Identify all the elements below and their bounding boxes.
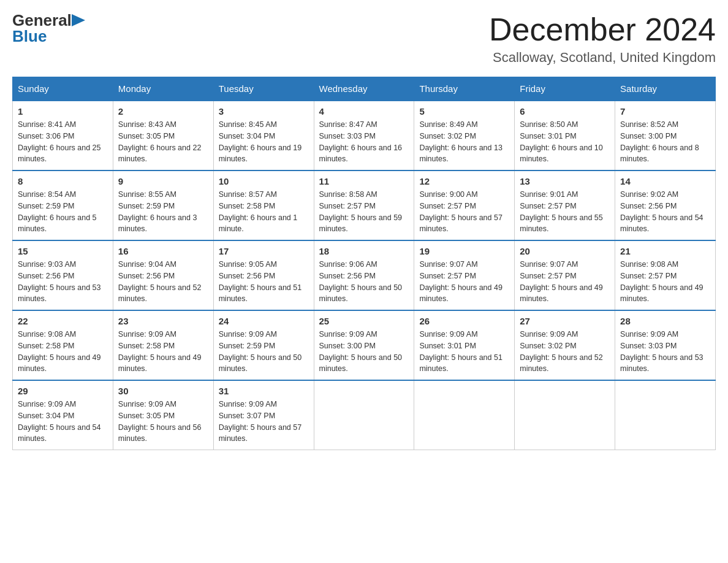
calendar-cell: 15 Sunrise: 9:03 AMSunset: 2:56 PMDaylig… [13,240,113,310]
day-info: Sunrise: 9:08 AMSunset: 2:57 PMDaylight:… [620,260,703,303]
calendar-cell: 30 Sunrise: 9:09 AMSunset: 3:05 PMDaylig… [113,380,213,450]
day-number: 5 [419,106,509,117]
calendar-cell: 6 Sunrise: 8:50 AMSunset: 3:01 PMDayligh… [515,101,615,170]
day-info: Sunrise: 8:43 AMSunset: 3:05 PMDaylight:… [118,120,202,163]
day-number: 2 [118,106,208,117]
day-number: 17 [219,246,309,256]
day-number: 21 [620,246,710,256]
day-info: Sunrise: 9:06 AMSunset: 2:56 PMDaylight:… [319,260,403,303]
day-info: Sunrise: 9:08 AMSunset: 2:58 PMDaylight:… [18,330,101,373]
day-number: 1 [18,106,108,117]
day-info: Sunrise: 9:09 AMSunset: 3:03 PMDaylight:… [620,330,703,373]
day-info: Sunrise: 9:04 AMSunset: 2:56 PMDaylight:… [118,260,202,303]
calendar-cell: 16 Sunrise: 9:04 AMSunset: 2:56 PMDaylig… [113,240,213,310]
title-area: December 2024 Scalloway, Scotland, Unite… [489,12,716,66]
col-header-thursday: Thursday [414,77,515,101]
day-info: Sunrise: 9:03 AMSunset: 2:56 PMDaylight:… [18,260,101,303]
calendar-cell: 29 Sunrise: 9:09 AMSunset: 3:04 PMDaylig… [13,380,113,450]
day-number: 22 [18,316,108,326]
calendar-cell: 8 Sunrise: 8:54 AMSunset: 2:59 PMDayligh… [13,170,113,240]
calendar-cell: 14 Sunrise: 9:02 AMSunset: 2:56 PMDaylig… [615,170,716,240]
day-number: 25 [319,316,409,326]
day-number: 30 [118,386,208,396]
calendar-cell [314,380,414,450]
day-number: 23 [118,316,208,326]
calendar-table: SundayMondayTuesdayWednesdayThursdayFrid… [12,77,716,450]
day-info: Sunrise: 9:07 AMSunset: 2:57 PMDaylight:… [419,260,502,303]
col-header-monday: Monday [113,77,213,101]
day-number: 4 [319,106,409,117]
day-info: Sunrise: 8:55 AMSunset: 2:59 PMDaylight:… [118,190,197,233]
calendar-week-row: 1 Sunrise: 8:41 AMSunset: 3:06 PMDayligh… [13,101,716,170]
calendar-week-row: 15 Sunrise: 9:03 AMSunset: 2:56 PMDaylig… [13,240,716,310]
calendar-cell: 11 Sunrise: 8:58 AMSunset: 2:57 PMDaylig… [314,170,414,240]
day-number: 16 [118,246,208,256]
day-info: Sunrise: 8:52 AMSunset: 3:00 PMDaylight:… [620,120,699,163]
day-info: Sunrise: 8:58 AMSunset: 2:57 PMDaylight:… [319,190,403,233]
day-info: Sunrise: 9:09 AMSunset: 2:59 PMDaylight:… [219,330,302,373]
day-info: Sunrise: 9:07 AMSunset: 2:57 PMDaylight:… [520,260,603,303]
page-header: General Blue December 2024 Scalloway, Sc… [12,12,716,66]
calendar-cell: 4 Sunrise: 8:47 AMSunset: 3:03 PMDayligh… [314,101,414,170]
day-info: Sunrise: 8:47 AMSunset: 3:03 PMDaylight:… [319,120,403,163]
day-number: 19 [419,246,509,256]
day-info: Sunrise: 9:09 AMSunset: 3:07 PMDaylight:… [219,400,302,443]
page-title: December 2024 [489,12,716,47]
calendar-cell: 7 Sunrise: 8:52 AMSunset: 3:00 PMDayligh… [615,101,716,170]
logo: General Blue [12,12,85,44]
calendar-cell [615,380,716,450]
day-number: 29 [18,386,108,396]
col-header-saturday: Saturday [615,77,716,101]
day-info: Sunrise: 9:09 AMSunset: 2:58 PMDaylight:… [118,330,202,373]
calendar-cell: 10 Sunrise: 8:57 AMSunset: 2:58 PMDaylig… [213,170,314,240]
day-number: 12 [419,176,509,186]
col-header-wednesday: Wednesday [314,77,414,101]
logo-blue-text: Blue [12,28,47,44]
day-info: Sunrise: 8:49 AMSunset: 3:02 PMDaylight:… [419,120,502,163]
day-info: Sunrise: 8:57 AMSunset: 2:58 PMDaylight:… [219,190,298,233]
calendar-cell: 23 Sunrise: 9:09 AMSunset: 2:58 PMDaylig… [113,310,213,380]
day-number: 26 [419,316,509,326]
day-number: 27 [520,316,610,326]
day-info: Sunrise: 9:09 AMSunset: 3:02 PMDaylight:… [520,330,603,373]
svg-marker-0 [72,14,85,26]
day-number: 20 [520,246,610,256]
calendar-cell: 5 Sunrise: 8:49 AMSunset: 3:02 PMDayligh… [414,101,515,170]
day-info: Sunrise: 8:50 AMSunset: 3:01 PMDaylight:… [520,120,603,163]
calendar-header-row: SundayMondayTuesdayWednesdayThursdayFrid… [13,77,716,101]
col-header-tuesday: Tuesday [213,77,314,101]
day-number: 13 [520,176,610,186]
day-info: Sunrise: 9:09 AMSunset: 3:04 PMDaylight:… [18,400,101,443]
calendar-cell: 20 Sunrise: 9:07 AMSunset: 2:57 PMDaylig… [515,240,615,310]
calendar-cell: 31 Sunrise: 9:09 AMSunset: 3:07 PMDaylig… [213,380,314,450]
calendar-cell: 3 Sunrise: 8:45 AMSunset: 3:04 PMDayligh… [213,101,314,170]
day-number: 31 [219,386,309,396]
day-info: Sunrise: 8:41 AMSunset: 3:06 PMDaylight:… [18,120,101,163]
day-info: Sunrise: 8:45 AMSunset: 3:04 PMDaylight:… [219,120,302,163]
day-info: Sunrise: 9:02 AMSunset: 2:56 PMDaylight:… [620,190,703,233]
calendar-cell: 12 Sunrise: 9:00 AMSunset: 2:57 PMDaylig… [414,170,515,240]
calendar-cell: 24 Sunrise: 9:09 AMSunset: 2:59 PMDaylig… [213,310,314,380]
day-number: 6 [520,106,610,117]
logo-flag-icon [72,14,85,26]
day-info: Sunrise: 9:09 AMSunset: 3:00 PMDaylight:… [319,330,403,373]
calendar-cell: 25 Sunrise: 9:09 AMSunset: 3:00 PMDaylig… [314,310,414,380]
calendar-week-row: 29 Sunrise: 9:09 AMSunset: 3:04 PMDaylig… [13,380,716,450]
day-info: Sunrise: 9:09 AMSunset: 3:05 PMDaylight:… [118,400,202,443]
day-info: Sunrise: 9:01 AMSunset: 2:57 PMDaylight:… [520,190,603,233]
calendar-cell: 19 Sunrise: 9:07 AMSunset: 2:57 PMDaylig… [414,240,515,310]
col-header-friday: Friday [515,77,615,101]
day-info: Sunrise: 9:00 AMSunset: 2:57 PMDaylight:… [419,190,502,233]
calendar-cell: 27 Sunrise: 9:09 AMSunset: 3:02 PMDaylig… [515,310,615,380]
calendar-cell: 22 Sunrise: 9:08 AMSunset: 2:58 PMDaylig… [13,310,113,380]
day-info: Sunrise: 9:05 AMSunset: 2:56 PMDaylight:… [219,260,302,303]
calendar-cell: 17 Sunrise: 9:05 AMSunset: 2:56 PMDaylig… [213,240,314,310]
day-number: 7 [620,106,710,117]
calendar-week-row: 8 Sunrise: 8:54 AMSunset: 2:59 PMDayligh… [13,170,716,240]
logo-general-text: General [12,12,72,28]
day-number: 24 [219,316,309,326]
calendar-cell: 9 Sunrise: 8:55 AMSunset: 2:59 PMDayligh… [113,170,213,240]
day-number: 15 [18,246,108,256]
day-number: 28 [620,316,710,326]
page-subtitle: Scalloway, Scotland, United Kingdom [489,50,716,66]
